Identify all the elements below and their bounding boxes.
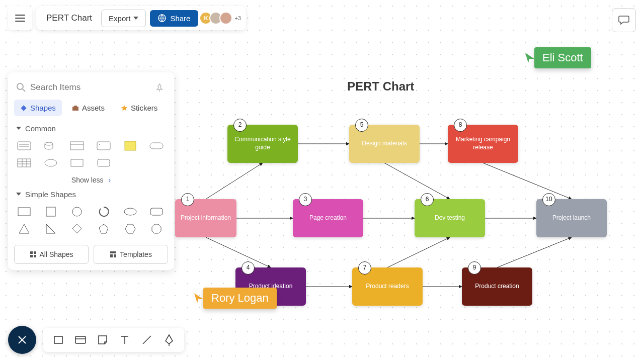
- pert-node-8[interactable]: 8Marketing campaign release: [448, 125, 518, 163]
- pert-node-7[interactable]: 7Product readers: [352, 267, 423, 306]
- node-number: 4: [242, 261, 255, 275]
- cursor-name: Rory Logan: [203, 288, 277, 309]
- node-label: Project launch: [552, 214, 591, 222]
- svg-line-44: [206, 237, 271, 267]
- diagram-canvas[interactable]: PERT Chart 1Project information2Communic…: [0, 0, 644, 362]
- pert-node-10[interactable]: 10Project launch: [536, 199, 607, 237]
- node-number: 3: [299, 193, 312, 206]
- node-label: Project information: [181, 214, 231, 222]
- node-label: Dev testing: [435, 214, 465, 222]
- node-label: Marketing campaign release: [451, 136, 515, 151]
- user-cursor-eli: Eli Scott: [524, 47, 591, 68]
- svg-line-54: [384, 163, 450, 199]
- cursor-icon: [524, 52, 535, 64]
- node-label: Page creation: [309, 214, 347, 222]
- user-cursor-rory: Rory Logan: [193, 288, 277, 309]
- pert-node-1[interactable]: 1Project information: [175, 199, 236, 237]
- pert-node-5[interactable]: 5Design materials: [349, 125, 420, 163]
- node-label: Product creation: [475, 283, 519, 291]
- node-label: Design materials: [362, 140, 407, 148]
- node-number: 1: [181, 193, 194, 206]
- node-label: Product readers: [366, 283, 409, 291]
- svg-line-53: [387, 237, 450, 267]
- cursor-icon: [193, 292, 204, 304]
- pert-node-2[interactable]: 2Communication style guide: [227, 125, 298, 163]
- pert-node-9[interactable]: 9Product creation: [462, 267, 532, 306]
- node-number: 7: [358, 261, 371, 275]
- node-number: 10: [542, 193, 555, 206]
- svg-line-42: [206, 163, 263, 199]
- svg-line-48: [483, 163, 572, 199]
- node-number: 9: [468, 261, 481, 275]
- svg-line-52: [497, 237, 572, 267]
- cursor-name: Eli Scott: [534, 47, 591, 68]
- node-number: 6: [421, 193, 434, 206]
- pert-node-6[interactable]: 6Dev testing: [415, 199, 485, 237]
- node-label: Communication style guide: [230, 136, 295, 151]
- node-number: 8: [454, 119, 467, 132]
- pert-node-3[interactable]: 3Page creation: [293, 199, 363, 237]
- node-number: 5: [355, 119, 368, 132]
- node-number: 2: [233, 119, 247, 132]
